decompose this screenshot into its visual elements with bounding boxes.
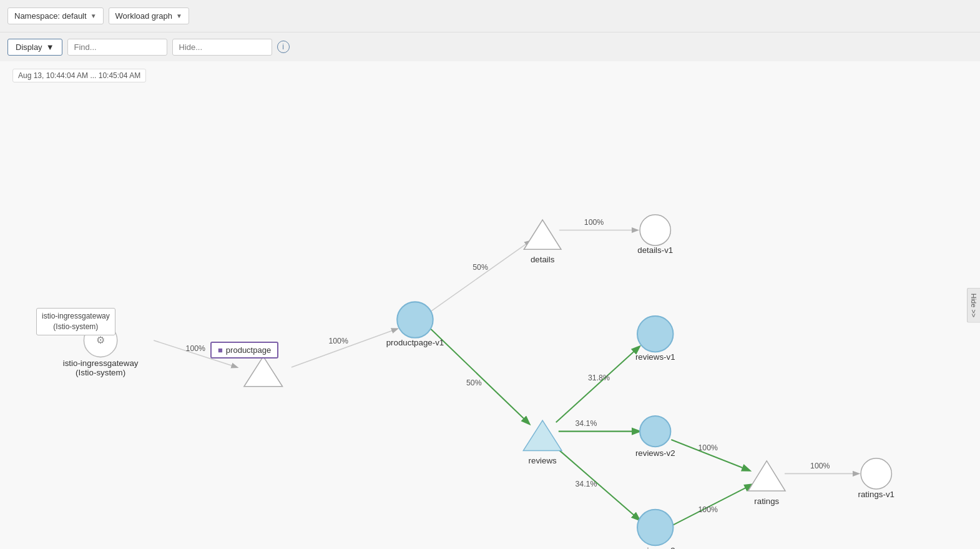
label-productpage-v1: productpage-v1 — [386, 338, 444, 347]
label-reviews-v3: reviews-v3 — [635, 546, 675, 549]
node-reviews[interactable] — [523, 420, 562, 450]
node-details[interactable] — [524, 220, 561, 249]
node-ratings[interactable] — [748, 461, 786, 491]
node-productpage-triangle[interactable] — [244, 357, 283, 387]
edge-label-reviews-rv1: 31.8% — [588, 373, 610, 382]
edge-label-rv3-ratings: 100% — [698, 505, 718, 514]
label-istio-ig2: (Istio-system) — [76, 368, 125, 377]
top-toolbar: Namespace: default ▼ Workload graph ▼ — [0, 0, 980, 32]
productpage-workload-box[interactable]: ■ productpage — [210, 342, 278, 359]
label-reviews-v2: reviews-v2 — [635, 448, 675, 458]
edge-label-ppv1-details: 50% — [473, 263, 488, 272]
graph-svg: 100% 100% 50% 100% 50% 31.8% 34.1% 34.1%… — [0, 61, 980, 549]
namespace-dropdown[interactable]: Namespace: default ▼ — [7, 7, 104, 24]
find-input[interactable] — [67, 39, 167, 56]
label-reviews-v1: reviews-v1 — [635, 352, 675, 362]
node-details-v1[interactable] — [640, 215, 670, 245]
node-ratings-v1[interactable] — [861, 458, 891, 489]
view-label: Workload graph — [115, 11, 173, 21]
label-ratings-v1: ratings-v1 — [858, 490, 894, 499]
namespace-chevron-icon: ▼ — [91, 12, 97, 19]
chevron-right-icon: >> — [970, 309, 978, 317]
istio-ingressgateway-box[interactable]: istio-ingressgateway(Istio-system) — [36, 308, 115, 335]
display-chevron-icon: ▼ — [46, 42, 54, 52]
label-istio-ig: istio-ingressgateway — [63, 359, 139, 368]
view-chevron-icon: ▼ — [176, 12, 182, 19]
productpage-purple-icon: ■ — [218, 345, 223, 355]
display-button[interactable]: Display ▼ — [7, 39, 62, 56]
edge-label-rv2-ratings: 100% — [698, 443, 718, 452]
edge-label-reviews-rv2: 34.1% — [575, 419, 597, 428]
edge-label-ppv1-reviews: 50% — [466, 378, 482, 387]
label-details: details — [531, 255, 555, 264]
info-icon[interactable]: i — [277, 41, 290, 53]
edge-label-reviews-rv3: 34.1% — [575, 480, 597, 488]
node-productpage-v1[interactable] — [397, 302, 433, 337]
namespace-label: Namespace: default — [14, 11, 87, 21]
edge-label-pp-ppv1: 100% — [328, 337, 348, 345]
edge-pp-ppv1 — [292, 329, 397, 367]
istio-ingressgateway-label: istio-ingressgateway(Istio-system) — [42, 312, 110, 331]
edge-label-ratings-ratingsv1: 100% — [810, 462, 830, 470]
display-label: Display — [16, 42, 42, 52]
label-ratings: ratings — [754, 497, 779, 506]
hide-panel-label: Hide — [970, 293, 978, 307]
node-reviews-v1[interactable] — [637, 316, 673, 352]
gear-icon: ⚙ — [96, 334, 105, 345]
hide-panel-button[interactable]: Hide >> — [967, 287, 980, 323]
label-reviews: reviews — [529, 456, 557, 465]
edge-label-ig-pp: 100% — [186, 344, 206, 353]
edge-label-details-detailsv1: 100% — [584, 218, 604, 227]
edge-reviews-rv1 — [556, 347, 639, 422]
hide-input[interactable] — [172, 39, 272, 56]
graph-area: Aug 13, 10:44:04 AM ... 10:45:04 AM 100%… — [0, 61, 980, 549]
secondary-toolbar: Display ▼ i — [0, 32, 980, 61]
productpage-label: productpage — [226, 345, 271, 355]
view-dropdown[interactable]: Workload graph ▼ — [109, 7, 189, 24]
node-reviews-v2[interactable] — [640, 416, 670, 447]
edge-ppv1-details — [428, 241, 530, 314]
node-reviews-v3[interactable] — [637, 510, 673, 545]
label-details-v1: details-v1 — [637, 245, 673, 255]
